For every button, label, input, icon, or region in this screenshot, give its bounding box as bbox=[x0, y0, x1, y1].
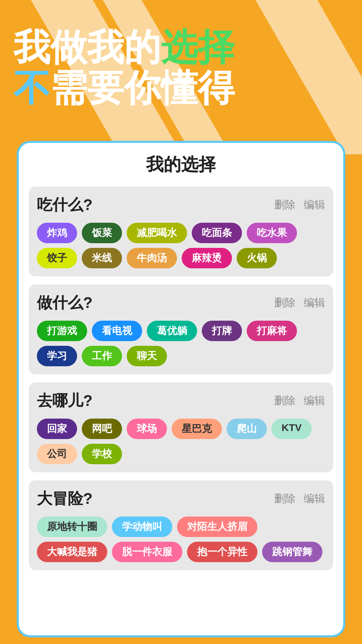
tag-item[interactable]: 回家 bbox=[37, 419, 77, 439]
category-go: 去哪儿?删除编辑回家网吧球场星巴克爬山KTV公司学校 bbox=[29, 382, 333, 472]
hero-line2-rest: 需要你懂得 bbox=[50, 67, 235, 108]
category-actions-eat: 删除编辑 bbox=[274, 198, 325, 212]
tag-item[interactable]: 减肥喝水 bbox=[127, 223, 187, 243]
category-header-adventure: 大冒险?删除编辑 bbox=[37, 488, 325, 509]
tag-item[interactable]: 饺子 bbox=[37, 248, 77, 268]
hero-section: 我做我的选择 不需要你懂得 bbox=[0, 0, 362, 154]
edit-button-eat[interactable]: 编辑 bbox=[304, 198, 325, 212]
tag-item[interactable]: 聊天 bbox=[127, 346, 167, 366]
hero-line1-green: 选择 bbox=[161, 27, 235, 67]
tag-item[interactable]: 炸鸡 bbox=[37, 223, 77, 243]
tag-item[interactable]: 吃水果 bbox=[247, 223, 297, 243]
category-eat: 吃什么?删除编辑炸鸡饭菜减肥喝水吃面条吃水果饺子米线牛肉汤麻辣烫火锅 bbox=[29, 186, 333, 276]
tag-item[interactable]: 网吧 bbox=[82, 419, 122, 439]
tag-item[interactable]: 麻辣烫 bbox=[182, 248, 232, 268]
categories-container: 吃什么?删除编辑炸鸡饭菜减肥喝水吃面条吃水果饺子米线牛肉汤麻辣烫火锅做什么?删除… bbox=[29, 186, 333, 570]
tag-item[interactable]: 打麻将 bbox=[247, 321, 297, 341]
category-header-eat: 吃什么?删除编辑 bbox=[37, 195, 325, 215]
tags-container-adventure: 原地转十圈学动物叫对陌生人挤眉大喊我是猪脱一件衣服抱一个异性跳钢管舞 bbox=[37, 517, 325, 562]
category-header-go: 去哪儿?删除编辑 bbox=[37, 390, 325, 411]
edit-button-adventure[interactable]: 编辑 bbox=[304, 491, 325, 506]
hero-line2: 不需要你懂得 bbox=[13, 67, 349, 108]
category-header-do: 做什么?删除编辑 bbox=[37, 292, 325, 313]
tag-item[interactable]: 原地转十圈 bbox=[37, 517, 107, 537]
tag-item[interactable]: 葛优躺 bbox=[147, 321, 197, 341]
edit-button-do[interactable]: 编辑 bbox=[304, 296, 325, 310]
category-actions-adventure: 删除编辑 bbox=[274, 491, 325, 506]
category-name-go: 去哪儿? bbox=[37, 390, 93, 411]
tag-item[interactable]: 工作 bbox=[82, 346, 122, 366]
category-name-adventure: 大冒险? bbox=[37, 488, 93, 509]
hero-line1-prefix: 我做我的 bbox=[13, 27, 161, 67]
hero-line2-cyan: 不 bbox=[13, 67, 50, 108]
tag-item[interactable]: 学校 bbox=[82, 444, 122, 464]
tag-item[interactable]: 公司 bbox=[37, 444, 77, 464]
tag-item[interactable]: 脱一件衣服 bbox=[112, 542, 182, 562]
tag-item[interactable]: 看电视 bbox=[92, 321, 142, 341]
category-actions-do: 删除编辑 bbox=[274, 296, 325, 310]
card-title: 我的选择 bbox=[29, 153, 333, 176]
tag-item[interactable]: 饭菜 bbox=[82, 223, 122, 243]
category-actions-go: 删除编辑 bbox=[274, 393, 325, 408]
delete-button-adventure[interactable]: 删除 bbox=[274, 491, 296, 506]
delete-button-do[interactable]: 删除 bbox=[274, 296, 296, 310]
tag-item[interactable]: 学动物叫 bbox=[112, 517, 172, 537]
edit-button-go[interactable]: 编辑 bbox=[304, 393, 325, 408]
tag-item[interactable]: 爬山 bbox=[227, 419, 267, 439]
tag-item[interactable]: KTV bbox=[272, 419, 312, 439]
tags-container-go: 回家网吧球场星巴克爬山KTV公司学校 bbox=[37, 419, 325, 464]
tag-item[interactable]: 打牌 bbox=[202, 321, 242, 341]
tag-item[interactable]: 牛肉汤 bbox=[127, 248, 177, 268]
hero-title: 我做我的选择 不需要你懂得 bbox=[0, 0, 362, 108]
tag-item[interactable]: 大喊我是猪 bbox=[37, 542, 107, 562]
main-card: 我的选择 吃什么?删除编辑炸鸡饭菜减肥喝水吃面条吃水果饺子米线牛肉汤麻辣烫火锅做… bbox=[17, 141, 345, 637]
tag-item[interactable]: 打游戏 bbox=[37, 321, 87, 341]
tag-item[interactable]: 吃面条 bbox=[192, 223, 242, 243]
category-name-eat: 吃什么? bbox=[37, 195, 93, 215]
hero-line1: 我做我的选择 bbox=[13, 27, 349, 67]
tags-container-do: 打游戏看电视葛优躺打牌打麻将学习工作聊天 bbox=[37, 321, 325, 366]
tag-item[interactable]: 抱一个异性 bbox=[187, 542, 257, 562]
tags-container-eat: 炸鸡饭菜减肥喝水吃面条吃水果饺子米线牛肉汤麻辣烫火锅 bbox=[37, 223, 325, 268]
category-name-do: 做什么? bbox=[37, 292, 93, 313]
tag-item[interactable]: 对陌生人挤眉 bbox=[177, 517, 257, 537]
tag-item[interactable]: 学习 bbox=[37, 346, 77, 366]
tag-item[interactable]: 米线 bbox=[82, 248, 122, 268]
tag-item[interactable]: 火锅 bbox=[237, 248, 277, 268]
category-adventure: 大冒险?删除编辑原地转十圈学动物叫对陌生人挤眉大喊我是猪脱一件衣服抱一个异性跳钢… bbox=[29, 480, 333, 570]
tag-item[interactable]: 星巴克 bbox=[172, 419, 222, 439]
delete-button-go[interactable]: 删除 bbox=[274, 393, 296, 408]
tag-item[interactable]: 跳钢管舞 bbox=[262, 542, 322, 562]
delete-button-eat[interactable]: 删除 bbox=[274, 198, 296, 212]
category-do: 做什么?删除编辑打游戏看电视葛优躺打牌打麻将学习工作聊天 bbox=[29, 284, 333, 374]
tag-item[interactable]: 球场 bbox=[127, 419, 167, 439]
